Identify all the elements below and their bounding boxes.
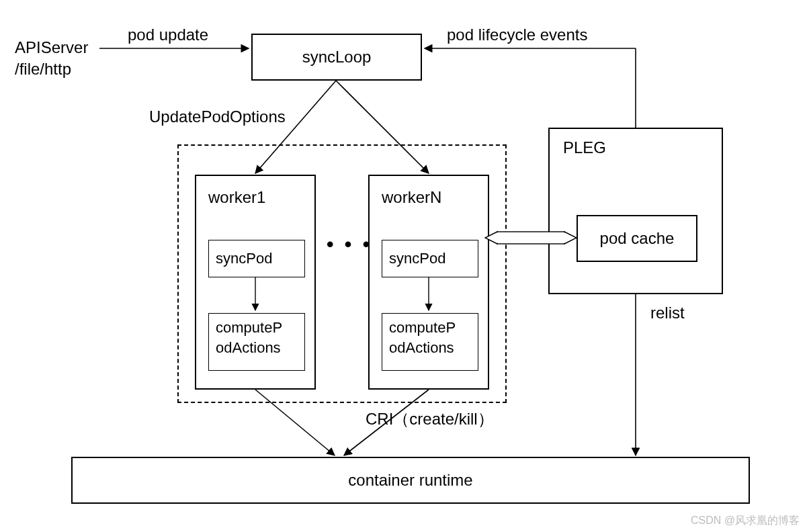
workerN-title: workerN — [382, 188, 441, 207]
worker1-box: worker1 syncPod computeP odActions — [195, 175, 316, 390]
worker1-title: worker1 — [208, 188, 265, 207]
worker1-syncpod-box: syncPod — [208, 240, 305, 277]
syncloop-box: syncLoop — [251, 34, 422, 81]
edge-pod-update-label: pod update — [128, 26, 208, 44]
worker1-syncpod-text: syncPod — [216, 250, 272, 267]
diagram-canvas: APIServer /file/http pod update pod life… — [0, 0, 809, 532]
syncloop-text: syncLoop — [302, 48, 372, 66]
apiserver-label: APIServer /file/http — [15, 37, 88, 81]
workerN-syncpod-box: syncPod — [382, 240, 478, 277]
edge-relist-label: relist — [650, 304, 685, 322]
edge-update-pod-options-label: UpdatePodOptions — [149, 107, 286, 126]
workerN-syncpod-text: syncPod — [389, 250, 445, 267]
container-runtime-box: container runtime — [71, 457, 750, 504]
watermark: CSDN @风求凰的博客 — [691, 514, 800, 528]
workers-ellipsis: • • • — [327, 233, 372, 256]
container-runtime-text: container runtime — [348, 471, 472, 490]
workerN-box: workerN syncPod computeP odActions — [368, 175, 489, 390]
edge-cri-label: CRI（create/kill） — [366, 408, 494, 430]
pleg-title: PLEG — [563, 138, 606, 157]
pleg-box: PLEG pod cache — [548, 128, 723, 294]
workerN-compute-box: computeP odActions — [382, 313, 478, 371]
pod-cache-text: pod cache — [600, 229, 675, 248]
worker1-compute-box: computeP odActions — [208, 313, 305, 371]
pod-cache-box: pod cache — [577, 215, 697, 262]
edge-pod-lifecycle-label: pod lifecycle events — [447, 26, 587, 44]
